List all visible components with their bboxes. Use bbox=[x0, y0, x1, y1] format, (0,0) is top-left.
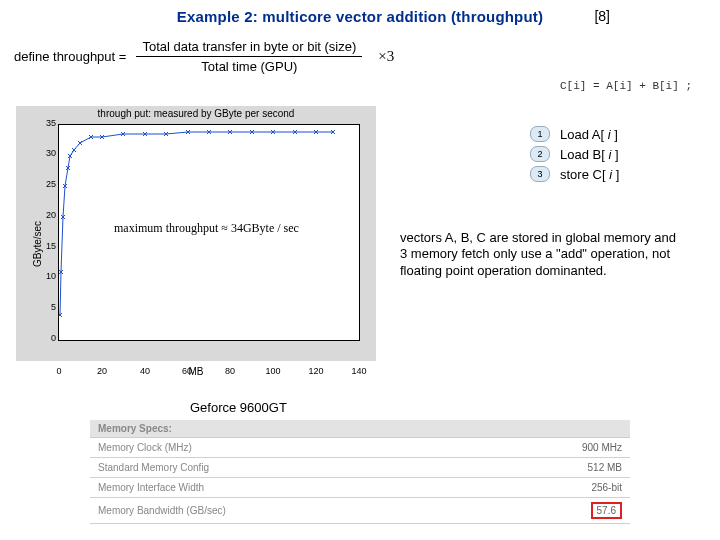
code-snippet: C[i] = A[i] + B[i] ; bbox=[560, 80, 692, 92]
xtick: 0 bbox=[49, 366, 69, 376]
plot-title: through put: measured by GByte per secon… bbox=[16, 108, 376, 119]
formula-lhs: define throughput = bbox=[14, 49, 126, 64]
ytick: 30 bbox=[40, 148, 56, 158]
ytick: 35 bbox=[40, 118, 56, 128]
step-load-b: 2 Load B[ i ] bbox=[530, 146, 690, 162]
bandwidth-highlight: 57.6 bbox=[591, 502, 622, 519]
ytick: 5 bbox=[40, 302, 56, 312]
fraction: Total data transfer in byte or bit (size… bbox=[136, 39, 362, 74]
step-store-c: 3 store C[ i ] bbox=[530, 166, 690, 182]
table-row: Memory Bandwidth (GB/sec)57.6 bbox=[90, 498, 630, 524]
xtick: 40 bbox=[135, 366, 155, 376]
numerator: Total data transfer in byte or bit (size… bbox=[136, 39, 362, 56]
step-badge: 1 bbox=[530, 126, 550, 142]
page-title: Example 2: multicore vector addition (th… bbox=[0, 8, 720, 25]
step-badge: 2 bbox=[530, 146, 550, 162]
xtick: 20 bbox=[92, 366, 112, 376]
xtick: 80 bbox=[220, 366, 240, 376]
ytick: 25 bbox=[40, 179, 56, 189]
step-load-a: 1 Load A[ i ] bbox=[530, 126, 690, 142]
throughput-formula: define throughput = Total data transfer … bbox=[14, 39, 720, 74]
step-badge: 3 bbox=[530, 166, 550, 182]
explanation-text: vectors A, B, C are stored in global mem… bbox=[400, 230, 680, 279]
memory-steps: 1 Load A[ i ] 2 Load B[ i ] 3 store C[ i… bbox=[530, 122, 690, 186]
xtick: 60 bbox=[177, 366, 197, 376]
xtick: 140 bbox=[349, 366, 369, 376]
page-number: [8] bbox=[594, 8, 610, 24]
table-row: Standard Memory Config512 MB bbox=[90, 458, 630, 478]
plot-annotation: maximum throughput ≈ 34GByte / sec bbox=[114, 221, 299, 236]
spec-header: Memory Specs: bbox=[90, 420, 630, 438]
gpu-model-label: Geforce 9600GT bbox=[190, 400, 287, 415]
throughput-plot: through put: measured by GByte per secon… bbox=[16, 106, 376, 381]
table-row: Memory Clock (MHz)900 MHz bbox=[90, 438, 630, 458]
ytick: 0 bbox=[40, 333, 56, 343]
table-row: Memory Interface Width256-bit bbox=[90, 478, 630, 498]
xtick: 100 bbox=[263, 366, 283, 376]
memory-specs-table: Memory Specs: Memory Clock (MHz)900 MHz … bbox=[90, 420, 630, 524]
ytick: 15 bbox=[40, 241, 56, 251]
ytick: 10 bbox=[40, 271, 56, 281]
ytick: 20 bbox=[40, 210, 56, 220]
denominator: Total time (GPU) bbox=[195, 57, 303, 74]
times-three: ×3 bbox=[378, 48, 394, 65]
xtick: 120 bbox=[306, 366, 326, 376]
